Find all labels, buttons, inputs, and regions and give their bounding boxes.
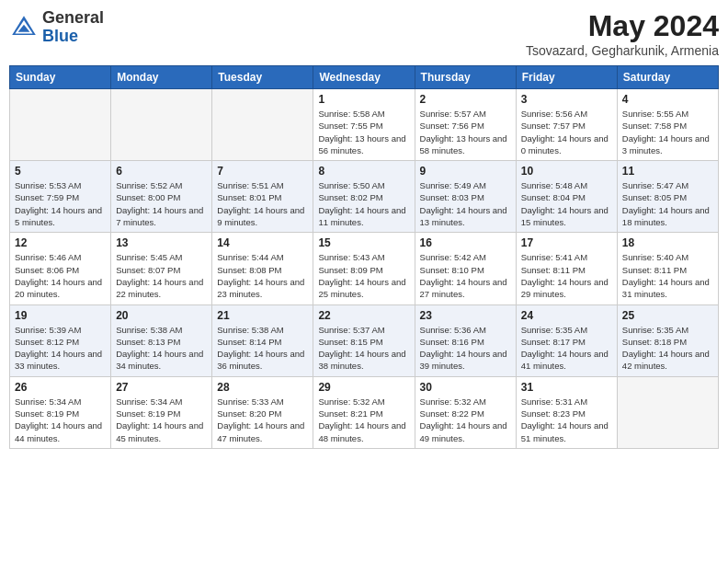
calendar-cell: 16Sunrise: 5:42 AMSunset: 8:10 PMDayligh… [415,233,516,304]
day-number: 9 [420,165,511,178]
day-number: 31 [521,381,612,394]
day-detail: Sunrise: 5:49 AMSunset: 8:03 PMDaylight:… [420,179,511,228]
day-detail: Sunrise: 5:38 AMSunset: 8:13 PMDaylight:… [116,324,207,373]
calendar-cell: 19Sunrise: 5:39 AMSunset: 8:12 PMDayligh… [10,304,111,376]
day-number: 22 [318,309,409,322]
calendar-cell: 24Sunrise: 5:35 AMSunset: 8:17 PMDayligh… [516,304,617,376]
day-detail: Sunrise: 5:35 AMSunset: 8:18 PMDaylight:… [622,324,713,373]
day-detail: Sunrise: 5:32 AMSunset: 8:22 PMDaylight:… [420,396,511,444]
calendar-cell: 14Sunrise: 5:44 AMSunset: 8:08 PMDayligh… [212,233,313,304]
day-detail: Sunrise: 5:38 AMSunset: 8:14 PMDaylight:… [217,324,308,373]
day-detail: Sunrise: 5:36 AMSunset: 8:16 PMDaylight:… [420,324,511,373]
calendar-cell: 23Sunrise: 5:36 AMSunset: 8:16 PMDayligh… [415,304,516,376]
day-detail: Sunrise: 5:34 AMSunset: 8:19 PMDaylight:… [15,396,106,444]
page-header: General Blue May 2024 Tsovazard, Geghark… [9,9,719,58]
day-detail: Sunrise: 5:45 AMSunset: 8:07 PMDaylight:… [116,251,207,300]
day-number: 5 [15,165,106,178]
calendar-week-row: 19Sunrise: 5:39 AMSunset: 8:12 PMDayligh… [10,304,719,376]
calendar-cell: 12Sunrise: 5:46 AMSunset: 8:06 PMDayligh… [10,233,111,304]
day-number: 8 [318,165,409,178]
weekday-header: Tuesday [212,66,313,89]
calendar-cell: 26Sunrise: 5:34 AMSunset: 8:19 PMDayligh… [10,376,111,448]
day-detail: Sunrise: 5:33 AMSunset: 8:20 PMDaylight:… [217,396,308,444]
day-number: 28 [217,381,308,394]
day-detail: Sunrise: 5:51 AMSunset: 8:01 PMDaylight:… [217,179,308,228]
day-detail: Sunrise: 5:34 AMSunset: 8:19 PMDaylight:… [116,396,207,444]
month-title: May 2024 [526,9,719,43]
day-detail: Sunrise: 5:48 AMSunset: 8:04 PMDaylight:… [521,179,612,228]
calendar-cell: 15Sunrise: 5:43 AMSunset: 8:09 PMDayligh… [313,233,415,304]
calendar-cell: 28Sunrise: 5:33 AMSunset: 8:20 PMDayligh… [212,376,313,448]
logo-general: General [42,9,104,28]
day-detail: Sunrise: 5:57 AMSunset: 7:56 PMDaylight:… [420,108,511,156]
calendar-cell: 21Sunrise: 5:38 AMSunset: 8:14 PMDayligh… [212,304,313,376]
day-detail: Sunrise: 5:35 AMSunset: 8:17 PMDaylight:… [521,324,612,373]
day-number: 1 [318,93,409,106]
day-detail: Sunrise: 5:37 AMSunset: 8:15 PMDaylight:… [318,324,409,373]
day-number: 13 [116,236,207,249]
day-number: 10 [521,165,612,178]
calendar-cell: 9Sunrise: 5:49 AMSunset: 8:03 PMDaylight… [415,161,516,233]
day-detail: Sunrise: 5:39 AMSunset: 8:12 PMDaylight:… [15,324,106,373]
calendar-cell: 17Sunrise: 5:41 AMSunset: 8:11 PMDayligh… [516,233,617,304]
calendar-week-row: 1Sunrise: 5:58 AMSunset: 7:55 PMDaylight… [10,89,719,161]
day-number: 19 [15,309,106,322]
day-number: 16 [420,236,511,249]
calendar-cell: 27Sunrise: 5:34 AMSunset: 8:19 PMDayligh… [111,376,212,448]
calendar-header-row: SundayMondayTuesdayWednesdayThursdayFrid… [10,66,719,89]
day-number: 3 [521,93,612,106]
calendar-cell: 2Sunrise: 5:57 AMSunset: 7:56 PMDaylight… [415,89,516,161]
day-detail: Sunrise: 5:43 AMSunset: 8:09 PMDaylight:… [318,251,409,300]
day-number: 4 [622,93,713,106]
day-number: 29 [318,381,409,394]
logo: General Blue [9,9,104,46]
day-number: 12 [15,236,106,249]
calendar-cell [10,89,111,161]
calendar-cell [212,89,313,161]
weekday-header: Monday [111,66,212,89]
day-number: 27 [116,381,207,394]
day-number: 30 [420,381,511,394]
day-number: 11 [622,165,713,178]
logo-blue: Blue [42,28,104,46]
calendar-cell: 7Sunrise: 5:51 AMSunset: 8:01 PMDaylight… [212,161,313,233]
calendar-cell: 22Sunrise: 5:37 AMSunset: 8:15 PMDayligh… [313,304,415,376]
calendar-cell: 10Sunrise: 5:48 AMSunset: 8:04 PMDayligh… [516,161,617,233]
day-detail: Sunrise: 5:58 AMSunset: 7:55 PMDaylight:… [318,108,409,156]
calendar-cell: 1Sunrise: 5:58 AMSunset: 7:55 PMDaylight… [313,89,415,161]
calendar-cell: 8Sunrise: 5:50 AMSunset: 8:02 PMDaylight… [313,161,415,233]
day-detail: Sunrise: 5:41 AMSunset: 8:11 PMDaylight:… [521,251,612,300]
day-number: 18 [622,236,713,249]
day-number: 24 [521,309,612,322]
calendar-week-row: 26Sunrise: 5:34 AMSunset: 8:19 PMDayligh… [10,376,719,448]
day-detail: Sunrise: 5:47 AMSunset: 8:05 PMDaylight:… [622,179,713,228]
day-number: 2 [420,93,511,106]
location-title: Tsovazard, Gegharkunik, Armenia [526,43,719,58]
day-detail: Sunrise: 5:52 AMSunset: 8:00 PMDaylight:… [116,179,207,228]
calendar-cell: 13Sunrise: 5:45 AMSunset: 8:07 PMDayligh… [111,233,212,304]
day-detail: Sunrise: 5:53 AMSunset: 7:59 PMDaylight:… [15,179,106,228]
calendar-table: SundayMondayTuesdayWednesdayThursdayFrid… [9,65,719,449]
day-detail: Sunrise: 5:50 AMSunset: 8:02 PMDaylight:… [318,179,409,228]
day-number: 25 [622,309,713,322]
day-detail: Sunrise: 5:31 AMSunset: 8:23 PMDaylight:… [521,396,612,444]
day-detail: Sunrise: 5:42 AMSunset: 8:10 PMDaylight:… [420,251,511,300]
day-detail: Sunrise: 5:46 AMSunset: 8:06 PMDaylight:… [15,251,106,300]
weekday-header: Friday [516,66,617,89]
weekday-header: Thursday [415,66,516,89]
day-detail: Sunrise: 5:40 AMSunset: 8:11 PMDaylight:… [622,251,713,300]
day-number: 6 [116,165,207,178]
weekday-header: Saturday [617,66,718,89]
day-number: 14 [217,236,308,249]
day-number: 21 [217,309,308,322]
weekday-header: Sunday [10,66,111,89]
calendar-week-row: 5Sunrise: 5:53 AMSunset: 7:59 PMDaylight… [10,161,719,233]
calendar-cell: 20Sunrise: 5:38 AMSunset: 8:13 PMDayligh… [111,304,212,376]
day-number: 26 [15,381,106,394]
calendar-cell: 29Sunrise: 5:32 AMSunset: 8:21 PMDayligh… [313,376,415,448]
day-number: 23 [420,309,511,322]
calendar-cell: 31Sunrise: 5:31 AMSunset: 8:23 PMDayligh… [516,376,617,448]
calendar-cell: 3Sunrise: 5:56 AMSunset: 7:57 PMDaylight… [516,89,617,161]
day-detail: Sunrise: 5:32 AMSunset: 8:21 PMDaylight:… [318,396,409,444]
day-number: 7 [217,165,308,178]
